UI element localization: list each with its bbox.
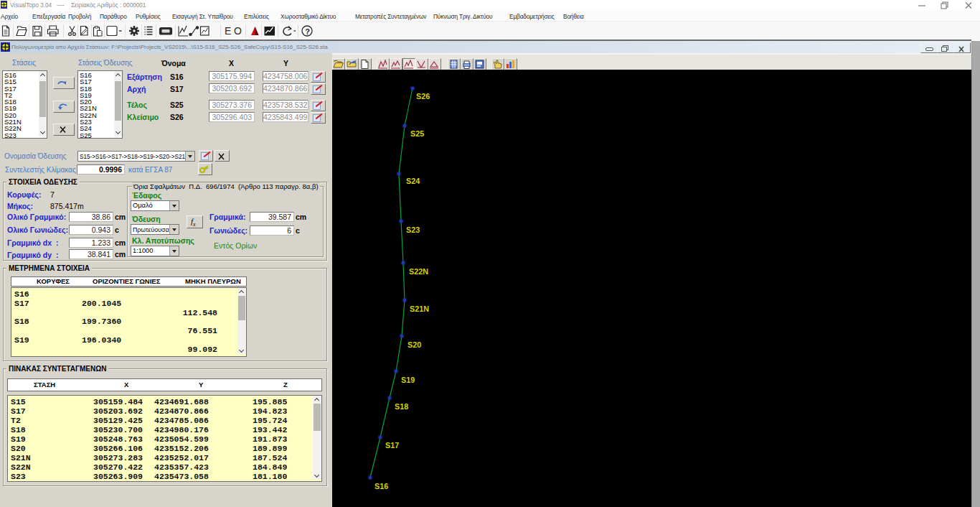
svg-text:S22N: S22N bbox=[409, 267, 428, 276]
svg-text:S20: S20 bbox=[407, 340, 421, 349]
svg-text:S19: S19 bbox=[401, 376, 415, 384]
svg-text:E: E bbox=[225, 25, 231, 37]
svg-text:O: O bbox=[234, 25, 242, 37]
svg-text:S18: S18 bbox=[395, 402, 408, 411]
svg-text:S25: S25 bbox=[410, 129, 424, 138]
svg-text:S21N: S21N bbox=[410, 304, 429, 313]
svg-text:S24: S24 bbox=[406, 177, 420, 185]
svg-text:?: ? bbox=[305, 27, 310, 36]
svg-text:S26: S26 bbox=[416, 92, 430, 101]
svg-text:S17: S17 bbox=[385, 441, 399, 450]
svg-text:S16: S16 bbox=[374, 482, 388, 490]
svg-text:S23: S23 bbox=[406, 225, 420, 234]
